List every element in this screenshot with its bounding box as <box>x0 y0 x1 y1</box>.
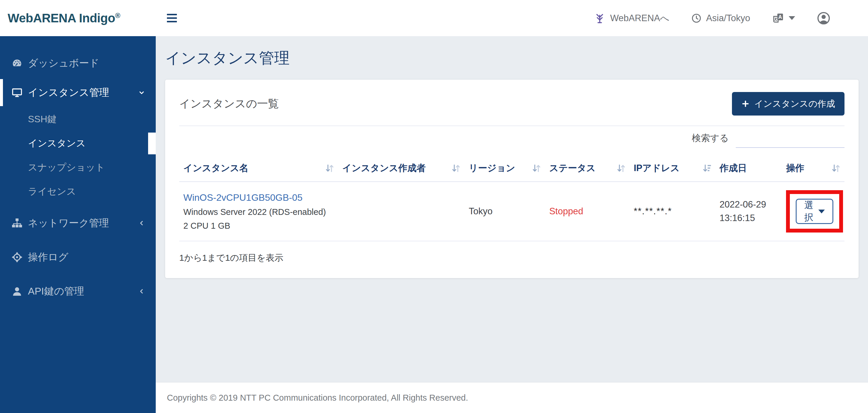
user-circle-icon <box>817 11 830 25</box>
app-logo-text: WebARENA Indigo <box>8 11 115 25</box>
timezone-label: Asia/Tokyo <box>706 13 750 24</box>
active-indicator-bar <box>0 79 3 106</box>
created-time: 13:16:15 <box>720 211 778 225</box>
sidebar-item-snapshots[interactable]: スナップショット <box>0 155 156 180</box>
dashboard-icon <box>11 57 23 69</box>
app-logo[interactable]: WebARENA Indigo® <box>8 11 120 25</box>
sidebar: ダッシュボード インスタンス管理 SSH鍵 インスタンス スナップショット ライ… <box>0 36 156 413</box>
user-icon <box>11 286 23 297</box>
column-header-region[interactable]: リージョン <box>465 157 545 182</box>
webarena-link-label: WebARENAへ <box>610 12 670 24</box>
sidebar-item-label: 操作ログ <box>28 250 68 264</box>
instance-list-card: インスタンスの一覧 インスタンスの作成 検索する インスタンス名 <box>165 80 859 278</box>
copyright-text: Copyrights © 2019 NTT PC Communications … <box>167 393 468 403</box>
sidebar-item-label: インスタンス <box>28 137 86 150</box>
divider <box>179 125 844 126</box>
table-row: WinOS-2vCPU1GB50GB-05 Windows Server 202… <box>179 182 844 241</box>
webarena-link[interactable]: WebARENAへ <box>594 12 670 24</box>
hamburger-menu-icon[interactable] <box>167 14 177 22</box>
chevron-left-icon <box>137 219 146 227</box>
card-title: インスタンスの一覧 <box>179 96 279 111</box>
monitor-icon <box>11 87 23 98</box>
chevron-down-icon <box>137 88 146 97</box>
instance-name-link[interactable]: WinOS-2vCPU1GB50GB-05 <box>183 192 302 203</box>
create-instance-button[interactable]: インスタンスの作成 <box>732 92 844 116</box>
search-row: 検索する <box>179 132 844 148</box>
column-header-created-date[interactable]: 作成日 <box>715 157 782 182</box>
sidebar-item-label: スナップショット <box>28 161 105 174</box>
search-label: 検索する <box>692 132 729 144</box>
sort-icon[interactable] <box>832 164 840 173</box>
cell-instance-name: WinOS-2vCPU1GB50GB-05 Windows Server 202… <box>179 182 338 241</box>
highlight-annotation: 選択 <box>786 190 843 233</box>
column-header-status[interactable]: ステータス <box>545 157 630 182</box>
pagination-summary: 1から1まで1の項目を表示 <box>179 252 844 264</box>
webarena-tree-icon <box>594 12 606 24</box>
translate-icon: A <box>772 12 784 24</box>
sidebar-item-dashboard[interactable]: ダッシュボード <box>0 49 156 78</box>
sidebar-item-instance-management[interactable]: インスタンス管理 <box>0 78 156 107</box>
topbar-right: WebARENAへ Asia/Tokyo A <box>594 11 868 25</box>
sort-amount-desc-icon[interactable] <box>703 164 711 173</box>
cell-status: Stopped <box>545 182 630 241</box>
sidebar-item-label: ライセンス <box>28 185 76 198</box>
instance-os: Windows Server 2022 (RDS-enabled) <box>183 207 334 217</box>
crosshair-icon <box>11 251 23 263</box>
cell-region: Tokyo <box>465 182 545 241</box>
sidebar-item-licenses[interactable]: ライセンス <box>0 180 156 204</box>
active-indicator-bar <box>148 132 156 154</box>
caret-down-icon <box>818 210 825 213</box>
registered-mark: ® <box>115 11 120 20</box>
created-date: 2022-06-29 <box>720 198 778 212</box>
main-area: インスタンス管理 インスタンスの一覧 インスタンスの作成 検索する <box>156 36 868 413</box>
select-action-label: 選択 <box>804 199 813 224</box>
instance-spec: 2 CPU 1 GB <box>183 221 334 231</box>
sidebar-item-label: ネットワーク管理 <box>28 216 109 230</box>
column-header-actions[interactable]: 操作 <box>782 157 844 182</box>
column-header-ip-address[interactable]: IPアドレス <box>630 157 715 182</box>
sitemap-icon <box>11 217 23 229</box>
chevron-left-icon <box>137 287 146 295</box>
sidebar-item-label: API鍵の管理 <box>28 285 84 298</box>
timezone-selector[interactable]: Asia/Tokyo <box>691 13 750 24</box>
select-action-button[interactable]: 選択 <box>796 199 833 224</box>
column-header-creator[interactable]: インスタンス作成者 <box>338 157 465 182</box>
create-instance-label: インスタンスの作成 <box>754 98 835 110</box>
plus-icon <box>741 100 750 108</box>
clock-icon <box>691 13 702 24</box>
account-button[interactable] <box>817 11 830 25</box>
sidebar-item-network-management[interactable]: ネットワーク管理 <box>0 208 156 238</box>
cell-ip-address: **.**.**.* <box>630 182 715 241</box>
sidebar-item-label: インスタンス管理 <box>28 86 109 99</box>
caret-down-icon <box>789 16 795 20</box>
sidebar-item-ssh-keys[interactable]: SSH鍵 <box>0 107 156 131</box>
cell-actions: 選択 <box>782 182 844 241</box>
status-badge: Stopped <box>549 206 583 216</box>
instance-table: インスタンス名 インスタンス作成者 リージョン ステータス IPアドレス <box>179 157 844 241</box>
cell-created-date: 2022-06-29 13:16:15 <box>715 182 782 241</box>
sidebar-item-label: ダッシュボード <box>28 56 99 70</box>
topbar: WebARENA Indigo® WebARENAへ Asia/Tokyo A <box>0 0 868 36</box>
sidebar-item-label: SSH鍵 <box>28 113 57 126</box>
sidebar-item-instances[interactable]: インスタンス <box>0 131 156 155</box>
search-input[interactable] <box>736 134 844 148</box>
table-header-row: インスタンス名 インスタンス作成者 リージョン ステータス IPアドレス <box>179 157 844 182</box>
card-header: インスタンスの一覧 インスタンスの作成 <box>179 92 844 116</box>
language-selector[interactable]: A <box>772 12 795 24</box>
svg-text:A: A <box>778 14 782 20</box>
sort-icon[interactable] <box>325 164 334 173</box>
sort-icon[interactable] <box>532 164 541 173</box>
sidebar-item-api-keys[interactable]: API鍵の管理 <box>0 276 156 306</box>
column-header-instance-name[interactable]: インスタンス名 <box>179 157 338 182</box>
cell-creator <box>338 182 465 241</box>
content: インスタンス管理 インスタンスの一覧 インスタンスの作成 検索する <box>156 36 868 382</box>
sort-icon[interactable] <box>617 164 626 173</box>
footer: Copyrights © 2019 NTT PC Communications … <box>156 382 868 413</box>
sort-icon[interactable] <box>452 164 460 173</box>
ip-masked: **.**.**.* <box>634 206 672 216</box>
logo-area: WebARENA Indigo® <box>0 11 156 25</box>
sidebar-item-operation-log[interactable]: 操作ログ <box>0 242 156 272</box>
page-title: インスタンス管理 <box>165 48 859 68</box>
